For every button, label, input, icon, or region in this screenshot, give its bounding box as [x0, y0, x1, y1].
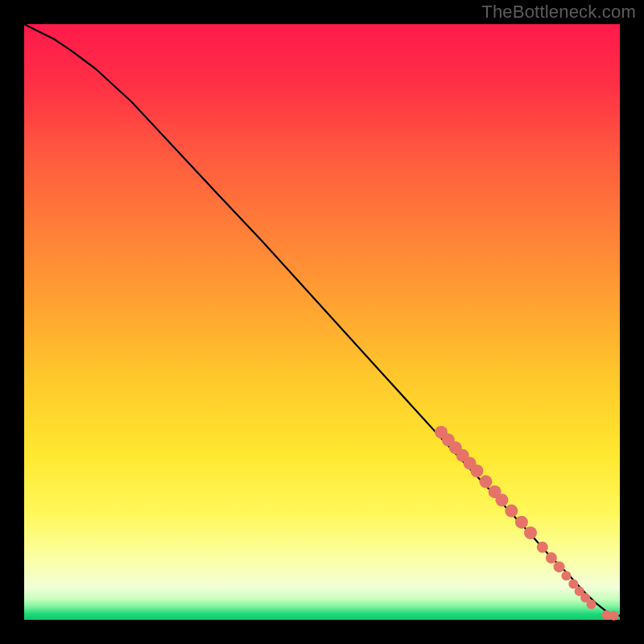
marker-point — [470, 464, 483, 477]
watermark-text: TheBottleneck.com — [481, 2, 636, 23]
marker-point — [524, 526, 537, 539]
marker-point — [495, 493, 508, 506]
marker-point — [609, 611, 619, 621]
chart-svg — [0, 0, 644, 644]
marker-point — [586, 600, 596, 609]
chart-stage: TheBottleneck.com — [0, 0, 644, 644]
marker-point — [480, 475, 493, 488]
marker-point — [554, 561, 565, 572]
marker-point — [561, 571, 571, 580]
marker-point — [505, 505, 518, 518]
marker-point — [537, 542, 548, 553]
marker-point — [546, 552, 557, 564]
marker-point — [515, 516, 528, 529]
